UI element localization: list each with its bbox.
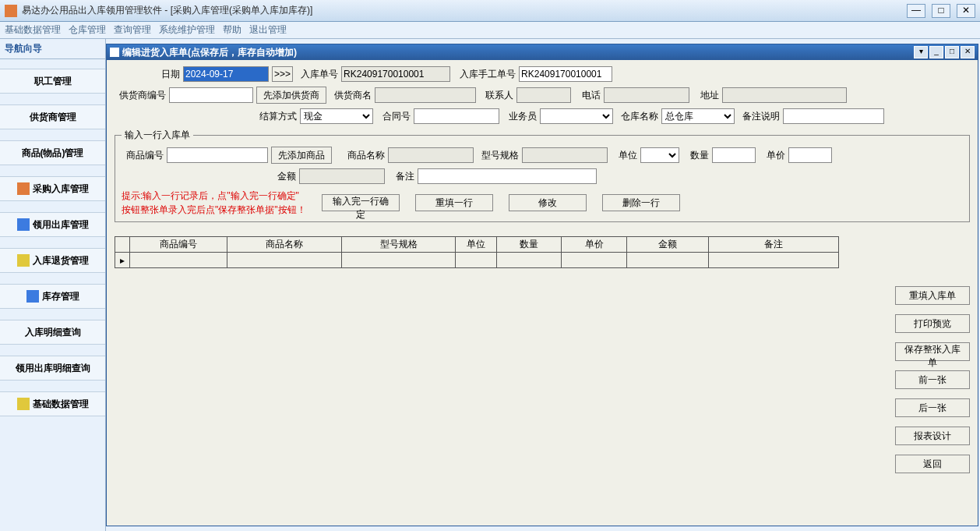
app-icon: [5, 5, 17, 17]
supplier-code-input[interactable]: [169, 87, 253, 103]
amount-input[interactable]: [299, 168, 385, 184]
close-button[interactable]: ✕: [957, 4, 975, 18]
sidebar-item-supplier[interactable]: 供货商管理: [0, 104, 105, 129]
address-input[interactable]: [722, 87, 847, 103]
col-unit: 单位: [456, 237, 496, 253]
main-titlebar: 易达办公用品出入库领用管理软件 - [采购入库管理(采购单入库加库存)] — □…: [0, 0, 980, 22]
report-design-button[interactable]: 报表设计: [895, 427, 970, 445]
subwin-down-button[interactable]: ▾: [914, 46, 928, 58]
return-button[interactable]: 返回: [895, 455, 970, 473]
manual-input[interactable]: [519, 66, 612, 82]
menu-item[interactable]: 基础数据管理: [5, 23, 61, 37]
contract-input[interactable]: [414, 108, 499, 124]
supplier-code-label: 供货商编号: [115, 89, 166, 102]
print-preview-button[interactable]: 打印预览: [895, 314, 970, 333]
subwin-close-button[interactable]: ✕: [961, 46, 975, 58]
contact-label: 联系人: [479, 89, 513, 102]
pname-input[interactable]: [388, 147, 474, 163]
subwin-title: 编辑进货入库单(点保存后，库存自动增加): [122, 46, 912, 59]
pname-label: 商品名称: [343, 149, 385, 162]
line-remark-label: 备注: [388, 170, 414, 183]
sidebar-item-basedata[interactable]: 基础数据管理: [0, 391, 105, 416]
save-order-button[interactable]: 保存整张入库单: [895, 342, 970, 361]
unit-label: 单位: [611, 149, 637, 162]
spec-input[interactable]: [522, 147, 608, 163]
unit-select[interactable]: [640, 147, 679, 163]
pcode-label: 商品编号: [122, 149, 164, 162]
col-pcode: 商品编号: [129, 237, 227, 253]
amount-label: 金额: [270, 170, 296, 183]
date-input[interactable]: [183, 66, 269, 82]
add-supplier-button[interactable]: 先添加供货商: [256, 87, 326, 104]
menubar: 基础数据管理 仓库管理 查询管理 系统维护管理 帮助 退出管理: [0, 22, 980, 39]
minimize-button[interactable]: —: [907, 4, 925, 18]
col-amount: 金额: [626, 237, 708, 253]
menu-item[interactable]: 退出管理: [249, 23, 287, 37]
add-product-button[interactable]: 先添加商品: [271, 147, 332, 164]
col-remark: 备注: [708, 237, 838, 253]
line-grid[interactable]: 商品编号 商品名称 型号规格 单位 数量 单价 金额 备注 ▸: [115, 236, 839, 268]
menu-item[interactable]: 查询管理: [114, 23, 151, 37]
col-pname: 商品名称: [227, 237, 341, 253]
subwin-minimize-button[interactable]: _: [929, 46, 943, 58]
table-row[interactable]: ▸: [115, 253, 839, 268]
line-entry-fieldset: 输入一行入库单 商品编号 先添加商品 商品名称 型号规格 单位 数量 单价: [115, 129, 970, 222]
sidebar-item-product[interactable]: 商品(物品)管理: [0, 140, 105, 165]
sidebar-item-employee[interactable]: 职工管理: [0, 69, 105, 94]
price-input[interactable]: [788, 147, 832, 163]
sidebar-item-in-detail[interactable]: 入库明细查询: [0, 320, 105, 345]
prev-order-button[interactable]: 前一张: [895, 370, 970, 389]
edit-row-button[interactable]: 修改: [509, 194, 587, 211]
col-spec: 型号规格: [341, 237, 455, 253]
contact-input[interactable]: [516, 87, 571, 103]
menu-item[interactable]: 帮助: [223, 23, 241, 37]
warehouse-select[interactable]: 总仓库: [661, 108, 735, 124]
warehouse-label: 仓库名称: [616, 110, 658, 123]
menu-item[interactable]: 系统维护管理: [159, 23, 215, 37]
line-legend: 输入一行入库单: [122, 129, 193, 142]
subwin-maximize-button[interactable]: □: [945, 46, 959, 58]
delete-row-button[interactable]: 删除一行: [602, 194, 680, 211]
purchase-icon: [17, 182, 30, 195]
sidebar-item-out-detail[interactable]: 领用出库明细查询: [0, 356, 105, 381]
qty-label: 数量: [682, 149, 709, 162]
content-area: 编辑进货入库单(点保存后，库存自动增加) ▾ _ □ ✕ 日期 >>> 入库单号…: [106, 39, 980, 531]
price-label: 单价: [759, 149, 785, 162]
clerk-select[interactable]: [540, 108, 613, 124]
grid-header-row: 商品编号 商品名称 型号规格 单位 数量 单价 金额 备注: [115, 237, 839, 253]
app-name: 易达办公用品出入库领用管理软件: [22, 5, 162, 16]
date-label: 日期: [138, 68, 180, 81]
confirm-row-button[interactable]: 输入完一行确定: [322, 194, 400, 211]
refill-row-button[interactable]: 重填一行: [415, 194, 493, 211]
next-order-button[interactable]: 后一张: [895, 398, 970, 417]
pcode-input[interactable]: [167, 147, 268, 163]
col-price: 单价: [562, 237, 627, 253]
supplier-name-input[interactable]: [375, 87, 476, 103]
address-label: 地址: [693, 89, 719, 102]
remark-header-input[interactable]: [783, 108, 884, 124]
useout-icon: [17, 218, 30, 231]
nav-header: 导航向导: [0, 39, 105, 59]
maximize-button[interactable]: □: [932, 4, 950, 18]
inno-input[interactable]: [341, 66, 450, 82]
refill-order-button[interactable]: 重填入库单: [895, 286, 970, 305]
row-indicator: ▸: [115, 253, 130, 268]
rowhead: [115, 237, 130, 253]
line-remark-input[interactable]: [418, 168, 597, 184]
paymethod-select[interactable]: 现金: [300, 108, 373, 124]
contract-label: 合同号: [376, 110, 411, 123]
sidebar-item-use-out[interactable]: 领用出库管理: [0, 212, 105, 237]
basedata-icon: [17, 398, 30, 410]
menu-item[interactable]: 仓库管理: [69, 23, 106, 37]
doc-title: - [采购入库管理(采购单入库加库存)]: [164, 5, 312, 16]
qty-input[interactable]: [712, 147, 756, 163]
phone-input[interactable]: [604, 87, 689, 103]
return-icon: [17, 254, 30, 267]
sidebar-item-purchase-in[interactable]: 采购入库管理: [0, 176, 105, 201]
date-picker-button[interactable]: >>>: [272, 66, 293, 82]
sidebar-item-return[interactable]: 入库退货管理: [0, 248, 105, 273]
spec-label: 型号规格: [477, 149, 519, 162]
paymethod-label: 结算方式: [255, 110, 297, 123]
phone-label: 电话: [574, 89, 601, 102]
sidebar-item-stock[interactable]: 库存管理: [0, 284, 105, 309]
